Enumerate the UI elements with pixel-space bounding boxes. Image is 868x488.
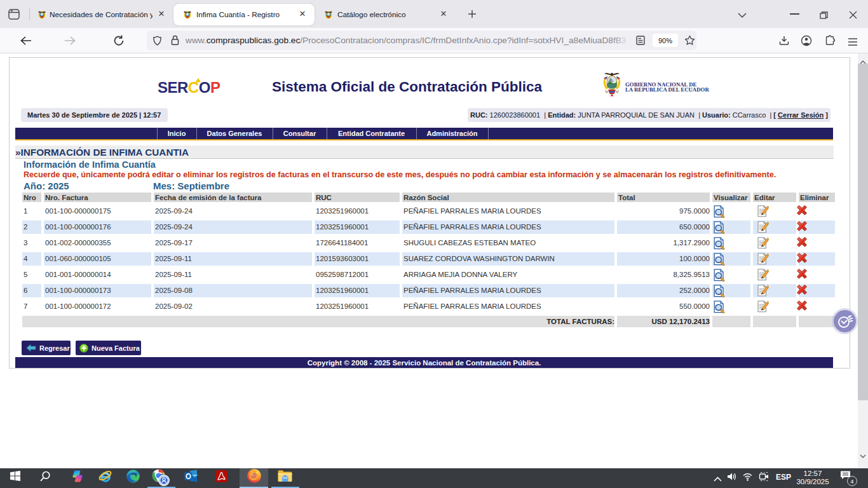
cell-visualizar xyxy=(712,220,750,234)
reader-mode-icon[interactable] xyxy=(636,36,645,45)
meet-now-icon[interactable] xyxy=(759,472,770,481)
downloads-icon[interactable] xyxy=(779,36,789,46)
copilot-icon[interactable] xyxy=(71,470,85,483)
editar-icon[interactable] xyxy=(757,237,796,250)
eliminar-icon[interactable] xyxy=(796,237,835,250)
list-tabs-chevron-icon[interactable] xyxy=(737,10,747,18)
lock-icon[interactable] xyxy=(171,35,179,46)
breadcrumb: »INFORMACIÓN DE INFIMA CUANTIA xyxy=(15,147,189,158)
entidad-label: Entidad: xyxy=(548,111,576,119)
bookmark-star-icon[interactable] xyxy=(684,35,695,46)
new-tab-button[interactable] xyxy=(466,8,478,20)
eliminar-icon[interactable] xyxy=(796,221,835,234)
back-button[interactable] xyxy=(20,36,32,46)
regresar-button[interactable]: Regresar xyxy=(22,341,71,355)
window-restore-button[interactable] xyxy=(820,10,828,18)
editar-icon[interactable] xyxy=(757,253,796,266)
nav-administracion[interactable]: Administración xyxy=(416,128,488,139)
volume-icon[interactable] xyxy=(727,472,738,481)
visualizar-icon[interactable] xyxy=(714,301,750,313)
nav-consultar[interactable]: Consultar xyxy=(273,128,327,139)
cell-factura: 001-002-000000355 xyxy=(44,236,151,250)
col-nro: Nro xyxy=(22,193,41,202)
chrome-icon[interactable] xyxy=(152,469,170,487)
eliminar-icon[interactable] xyxy=(796,253,835,266)
forward-button[interactable] xyxy=(64,36,76,46)
zoom-level: 90% xyxy=(658,37,672,44)
eliminar-icon[interactable] xyxy=(796,301,835,313)
cell-razon-social: PEÑAFIEL PARRALES MARIA LOURDES xyxy=(402,300,614,313)
editar-icon[interactable] xyxy=(757,301,796,313)
outlook-icon[interactable] xyxy=(184,470,198,482)
menu-hamburger-icon[interactable] xyxy=(848,37,858,44)
visualizar-icon[interactable] xyxy=(714,237,750,250)
shield-icon[interactable] xyxy=(153,36,162,46)
clock[interactable]: 12:57 30/9/2025 xyxy=(793,470,832,486)
scrollbar-thumb[interactable] xyxy=(858,64,868,400)
tab-close-icon[interactable]: ✕ xyxy=(438,10,449,20)
tab-close-icon[interactable]: ✕ xyxy=(297,10,308,20)
cell-nro: 5 xyxy=(22,268,41,281)
tab-catalogo[interactable]: Catálogo electrónico ✕ xyxy=(318,4,456,25)
cell-visualizar xyxy=(712,252,750,266)
eliminar-icon[interactable] xyxy=(796,205,835,218)
internet-explorer-icon[interactable] xyxy=(98,469,113,484)
editar-icon[interactable] xyxy=(757,221,796,234)
editar-icon[interactable] xyxy=(757,205,796,218)
time-tracker-widget[interactable] xyxy=(834,310,856,332)
firefox-icon[interactable] xyxy=(247,468,262,484)
cell-editar xyxy=(753,300,796,313)
visualizar-icon[interactable] xyxy=(714,269,750,281)
tab-necesidades[interactable]: Necesidades de Contratación y ✕ xyxy=(34,4,170,25)
table-header-row: Nro Nro. Factura Fecha de emisión de la … xyxy=(22,193,835,202)
cell-editar xyxy=(753,268,796,281)
scrollbar-up-icon[interactable] xyxy=(860,56,866,61)
page-title: Sistema Oficial de Contratación Pública xyxy=(272,79,542,95)
language-indicator[interactable]: ESP xyxy=(776,473,791,482)
editar-icon[interactable] xyxy=(757,269,796,281)
nav-separator xyxy=(488,128,489,139)
editar-icon[interactable] xyxy=(757,285,796,297)
edge-icon[interactable] xyxy=(126,469,140,484)
start-button[interactable] xyxy=(10,471,20,481)
cell-nro: 4 xyxy=(22,252,41,266)
nav-datos-generales[interactable]: Datos Generales xyxy=(196,128,273,139)
visualizar-icon[interactable] xyxy=(714,205,750,218)
separator: | xyxy=(770,111,771,119)
cell-fecha: 2025-09-11 xyxy=(154,252,312,266)
reload-button[interactable] xyxy=(113,35,125,46)
account-icon[interactable] xyxy=(801,35,812,46)
tab-infima-cuantia[interactable]: Infima Cuantía - Registro ✕ xyxy=(173,4,315,25)
wifi-icon[interactable] xyxy=(742,472,753,481)
file-explorer-icon[interactable] xyxy=(278,470,292,482)
eliminar-icon[interactable] xyxy=(796,285,835,297)
visualizar-icon[interactable] xyxy=(714,285,750,297)
logout-link[interactable]: Cerrar Sesión xyxy=(778,111,824,119)
cell-editar xyxy=(753,220,796,234)
cell-ruc: 1203251960001 xyxy=(315,205,400,218)
visualizar-icon[interactable] xyxy=(714,221,750,234)
back-arrow-icon xyxy=(26,344,36,352)
visualizar-icon[interactable] xyxy=(714,253,750,266)
cell-visualizar xyxy=(712,236,750,250)
nueva-factura-button[interactable]: Nueva Factura xyxy=(76,341,141,355)
eliminar-icon[interactable] xyxy=(796,269,835,281)
url-path: /ProcesoContratacion/compras/IC/frmDetIn… xyxy=(300,36,626,45)
firefox-view-icon[interactable] xyxy=(8,9,20,20)
zoom-indicator[interactable]: 90% xyxy=(653,34,678,47)
tab-close-icon[interactable]: ✕ xyxy=(156,10,166,20)
extensions-icon[interactable] xyxy=(825,35,836,46)
acrobat-icon[interactable] xyxy=(215,470,227,482)
url-text[interactable]: www.compraspublicas.gob.ec/ProcesoContra… xyxy=(186,36,627,46)
nav-inicio[interactable]: Inicio xyxy=(157,128,196,139)
cell-razon-social: SHUGULI CABEZAS ESTEBAN MATEO xyxy=(402,236,614,250)
window-close-button[interactable] xyxy=(849,10,857,18)
tray-chevron-icon[interactable] xyxy=(713,473,722,480)
scrollbar-down-icon[interactable] xyxy=(860,450,866,455)
cell-factura: 001-100-000000176 xyxy=(44,220,151,234)
taskbar-search-icon[interactable] xyxy=(40,471,51,482)
cell-fecha: 2025-09-11 xyxy=(154,268,312,281)
window-minimize-button[interactable] xyxy=(790,13,799,15)
cell-eliminar xyxy=(799,220,835,234)
nav-entidad-contratante[interactable]: Entidad Contratante xyxy=(327,128,416,139)
